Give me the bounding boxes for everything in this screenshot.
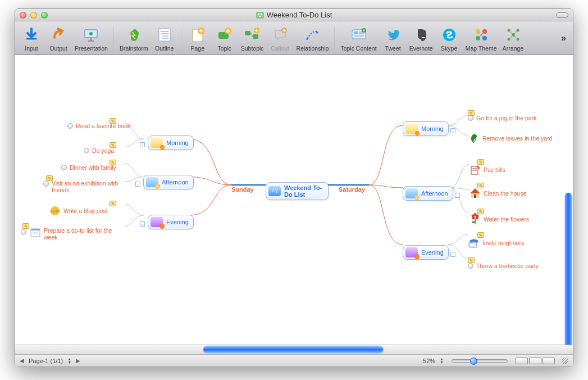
toolbar-toggle-button[interactable] [556, 12, 568, 18]
toolbar-arrange-button[interactable]: Arrange [500, 25, 526, 52]
section-sun-afternoon[interactable]: Afternoon [143, 175, 194, 189]
section-sat-evening[interactable]: Evening [403, 245, 449, 260]
branch-saturday[interactable]: Saturday [339, 186, 365, 193]
task-item[interactable]: Throw a barbecue party [468, 263, 539, 269]
bullet-icon [84, 148, 89, 153]
task-item[interactable]: Pay bills [469, 164, 505, 175]
svg-point-51 [472, 217, 475, 220]
note-badge-icon[interactable]: ✎ [468, 257, 475, 263]
horizontal-scrollbar-track[interactable] [15, 345, 573, 354]
collapse-toggle[interactable]: - [455, 193, 460, 198]
zoom-slider-knob[interactable] [470, 358, 477, 365]
toolbar-relationship-button[interactable]: Relationship [294, 25, 331, 52]
horizontal-scrollbar-thumb[interactable] [203, 346, 383, 353]
toolbar-topic-button[interactable]: Topic [212, 25, 238, 52]
page-icon [189, 26, 207, 44]
task-item[interactable]: Prepare a do-to list for the week [21, 227, 122, 241]
toolbar-brainstorm-button[interactable]: Brainstorm [117, 25, 151, 52]
zoom-slider[interactable] [452, 359, 508, 363]
view-mode-button[interactable] [543, 358, 555, 364]
resize-grip[interactable] [562, 358, 568, 364]
collapse-toggle[interactable]: - [140, 142, 145, 147]
mindmap-doc-icon [256, 11, 264, 19]
zoom-stepper[interactable]: ▲▼ [440, 358, 444, 364]
toolbar-label: Tweet [385, 45, 401, 52]
status-bar: ◀ Page-1 (1/1) ▲▼ ▶ 52% ▲▼ [15, 354, 573, 367]
svg-rect-8 [159, 29, 170, 41]
toolbar-label: Topic [217, 45, 231, 52]
toolbar-subtopic-button[interactable]: Subtopic [239, 25, 266, 52]
collapse-toggle[interactable]: - [450, 128, 455, 133]
next-page-button[interactable]: ▶ [76, 358, 80, 364]
task-item[interactable]: BLOGWrite a blog post [49, 205, 108, 216]
note-badge-icon[interactable]: ✎ [110, 160, 116, 165]
note-badge-icon[interactable]: ✎ [477, 183, 484, 188]
task-item[interactable]: Do yoga [84, 147, 114, 154]
toolbar-overflow-button[interactable]: » [561, 33, 569, 43]
section-sun-evening[interactable]: Evening [148, 215, 194, 229]
task-item[interactable]: Clean the house [469, 188, 526, 199]
toolbar-output-button[interactable]: Output [45, 25, 71, 52]
flower-icon [469, 214, 481, 225]
toolbar-presentation-button[interactable]: Presentation [72, 25, 110, 52]
output-icon [49, 26, 67, 44]
note-badge-icon[interactable]: ✎ [477, 159, 484, 165]
note-badge-icon[interactable]: ✎ [477, 232, 484, 238]
collapse-toggle[interactable]: - [135, 182, 140, 187]
task-item[interactable]: Go for a jog to the park [468, 115, 536, 121]
toolbar-topic-content-button[interactable]: Topic Content [338, 25, 379, 52]
brainstorm-icon [125, 26, 143, 44]
note-badge-icon[interactable]: ✎ [477, 209, 484, 214]
toolbar-outline-button[interactable]: Outline [152, 25, 177, 52]
section-sat-afternoon[interactable]: Afternoon [403, 186, 453, 201]
toolbar-skype-button[interactable]: Skype [436, 25, 462, 52]
note-badge-icon[interactable]: ✎ [46, 175, 53, 181]
task-item[interactable]: Water the flowers [469, 214, 529, 225]
toolbar-evernote-button[interactable]: Evernote [407, 25, 435, 52]
page-stepper[interactable]: ▲▼ [67, 358, 71, 364]
task-item[interactable]: Invite neighbors [468, 237, 524, 248]
vertical-scrollbar[interactable] [565, 193, 572, 345]
svg-point-52 [476, 217, 478, 220]
minimize-window-button[interactable] [30, 12, 37, 19]
note-badge-icon[interactable]: ✎ [22, 223, 29, 229]
stamp-icon: BLOG [49, 205, 61, 216]
collapse-toggle[interactable]: - [450, 252, 455, 257]
toolbar-page-button[interactable]: Page [185, 25, 211, 52]
note-badge-icon[interactable]: ✎ [110, 201, 116, 206]
task-item[interactable]: Dinner with family [61, 164, 116, 171]
section-sun-morning[interactable]: Morning [148, 135, 194, 150]
prev-page-button[interactable]: ◀ [20, 358, 24, 364]
svg-rect-3 [259, 16, 261, 17]
svg-text:BLOG: BLOG [51, 210, 60, 213]
close-window-button[interactable] [20, 12, 26, 19]
note-badge-icon[interactable]: ✎ [468, 110, 475, 116]
task-item[interactable]: Visit an art exhibition with friends [43, 180, 125, 193]
branch-sunday[interactable]: Sunday [231, 186, 254, 193]
zoom-window-button[interactable] [41, 12, 48, 19]
svg-rect-29 [422, 37, 425, 38]
toolbar-input-button[interactable]: Input [19, 25, 44, 52]
task-item[interactable]: Read a favorite book [57, 123, 130, 129]
section-sat-morning[interactable]: Morning [403, 121, 449, 136]
toolbar-separator [181, 27, 181, 49]
note-badge-icon[interactable]: ✎ [110, 142, 116, 148]
collapse-toggle[interactable]: - [140, 221, 145, 227]
toolbar-tweet-button[interactable]: Tweet [380, 25, 406, 52]
view-mode-button[interactable] [529, 358, 541, 364]
window-title: Weekend To-Do List [267, 11, 332, 19]
svg-rect-61 [31, 229, 40, 230]
mindmap-canvas[interactable]: ⠿7Weekend To-Do List Saturday Morning - … [15, 55, 573, 345]
svg-rect-24 [354, 31, 358, 34]
toolbar-label: Outline [155, 45, 174, 52]
toolbar-map-theme-button[interactable]: Map Theme [463, 25, 499, 52]
svg-point-5 [89, 32, 93, 35]
topic-content-icon [350, 26, 368, 44]
note-badge-icon[interactable]: ✎ [110, 118, 116, 124]
root-topic[interactable]: ⠿7Weekend To-Do List [266, 182, 329, 200]
view-mode-button[interactable] [516, 358, 528, 364]
task-item[interactable]: Remove leaves in the yard [468, 133, 552, 144]
svg-rect-1 [258, 13, 259, 15]
toolbar-label: Subtopic [241, 45, 264, 52]
toolbar-label: Skype [441, 45, 457, 52]
